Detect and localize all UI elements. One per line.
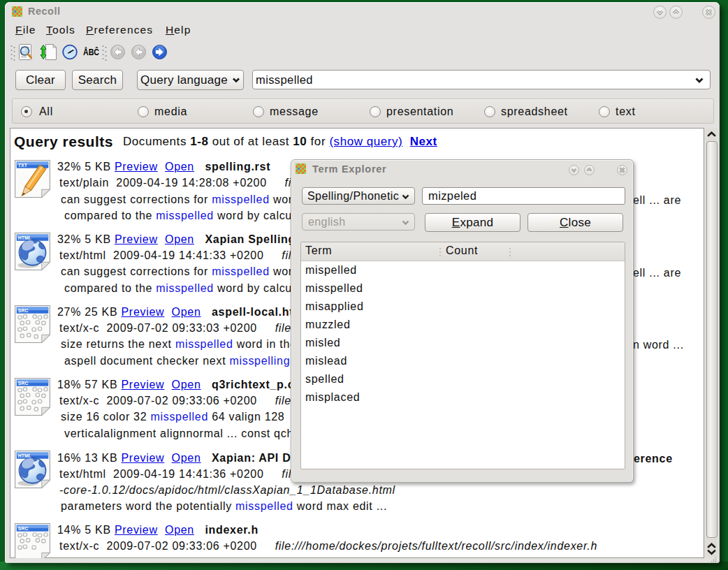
svg-text:SRC: SRC (18, 308, 29, 313)
svg-text:HTML: HTML (18, 235, 31, 240)
svg-text:HTML: HTML (18, 453, 31, 458)
svg-text:SRC: SRC (18, 526, 29, 531)
svg-text:TXT: TXT (18, 163, 28, 168)
svg-text:ÅBĈ: ÅBĈ (83, 47, 99, 57)
svg-text:SRC: SRC (18, 381, 29, 386)
